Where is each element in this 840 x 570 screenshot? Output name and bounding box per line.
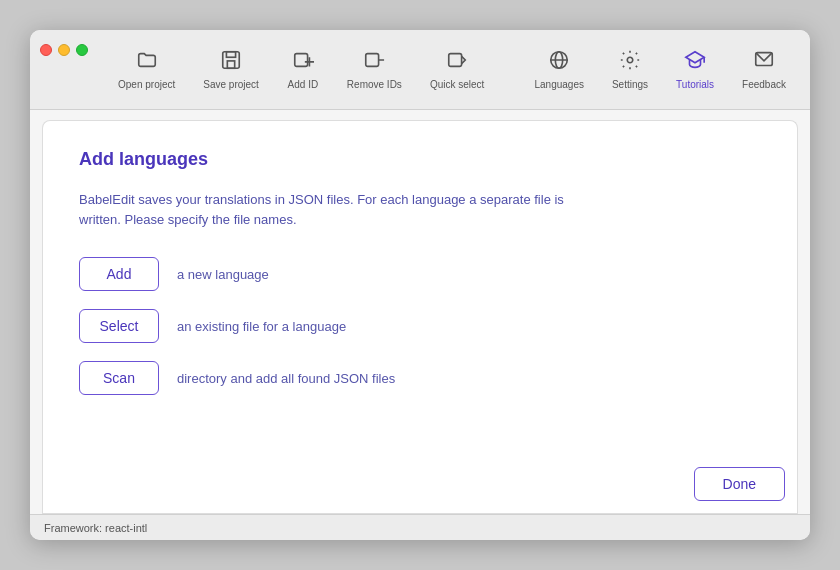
toolbar-label-quick-select: Quick select bbox=[430, 79, 484, 90]
toolbar-label-add-id: Add ID bbox=[288, 79, 319, 90]
toolbar-item-tutorials[interactable]: Tutorials bbox=[662, 41, 728, 98]
scan-action-row: Scan directory and add all found JSON fi… bbox=[79, 361, 761, 395]
toolbar-item-languages[interactable]: Languages bbox=[520, 41, 598, 98]
toolbar-label-save-project: Save project bbox=[203, 79, 259, 90]
svg-rect-2 bbox=[227, 61, 234, 68]
select-description: an existing file for a language bbox=[177, 319, 346, 334]
svg-point-12 bbox=[627, 57, 633, 63]
minimize-button[interactable] bbox=[58, 44, 70, 56]
save-icon bbox=[220, 49, 242, 75]
page-title: Add languages bbox=[79, 149, 761, 170]
globe-icon bbox=[548, 49, 570, 75]
close-button[interactable] bbox=[40, 44, 52, 56]
toolbar-item-settings[interactable]: Settings bbox=[598, 41, 662, 98]
fullscreen-button[interactable] bbox=[76, 44, 88, 56]
svg-rect-3 bbox=[295, 54, 308, 67]
svg-marker-13 bbox=[686, 52, 704, 63]
toolbar-label-tutorials: Tutorials bbox=[676, 79, 714, 90]
svg-rect-6 bbox=[366, 54, 379, 67]
remove-ids-icon bbox=[363, 49, 385, 75]
gear-icon bbox=[619, 49, 641, 75]
toolbar-label-settings: Settings bbox=[612, 79, 648, 90]
main-window: Open project Save project bbox=[30, 30, 810, 540]
add-action-row: Add a new language bbox=[79, 257, 761, 291]
feedback-icon bbox=[753, 49, 775, 75]
add-description: a new language bbox=[177, 267, 269, 282]
description-text: BabelEdit saves your translations in JSO… bbox=[79, 190, 599, 229]
statusbar-text: Framework: react-intl bbox=[44, 522, 147, 534]
done-row: Done bbox=[42, 455, 798, 514]
toolbar-label-languages: Languages bbox=[534, 79, 584, 90]
toolbar-label-remove-ids: Remove IDs bbox=[347, 79, 402, 90]
scan-description: directory and add all found JSON files bbox=[177, 371, 395, 386]
toolbar-item-quick-select[interactable]: Quick select bbox=[416, 41, 498, 98]
toolbar-item-save-project[interactable]: Save project bbox=[189, 41, 273, 98]
quick-select-icon bbox=[446, 49, 468, 75]
toolbar-item-add-id[interactable]: Add ID bbox=[273, 41, 333, 98]
statusbar: Framework: react-intl bbox=[30, 514, 810, 540]
add-id-icon bbox=[292, 49, 314, 75]
add-button[interactable]: Add bbox=[79, 257, 159, 291]
svg-rect-0 bbox=[223, 52, 240, 69]
select-button[interactable]: Select bbox=[79, 309, 159, 343]
select-action-row: Select an existing file for a language bbox=[79, 309, 761, 343]
done-button[interactable]: Done bbox=[694, 467, 785, 501]
toolbar-item-open-project[interactable]: Open project bbox=[104, 41, 189, 98]
folder-icon bbox=[136, 49, 158, 75]
svg-rect-1 bbox=[226, 52, 235, 58]
mortarboard-icon bbox=[684, 49, 706, 75]
scan-button[interactable]: Scan bbox=[79, 361, 159, 395]
titlebar: Open project Save project bbox=[30, 30, 810, 110]
toolbar-item-feedback[interactable]: Feedback bbox=[728, 41, 800, 98]
toolbar-label-feedback: Feedback bbox=[742, 79, 786, 90]
main-content-area: Add languages BabelEdit saves your trans… bbox=[42, 120, 798, 455]
svg-rect-8 bbox=[449, 54, 462, 67]
toolbar-item-remove-ids[interactable]: Remove IDs bbox=[333, 41, 416, 98]
toolbar: Open project Save project bbox=[104, 41, 800, 98]
traffic-lights bbox=[40, 30, 88, 56]
toolbar-label-open-project: Open project bbox=[118, 79, 175, 90]
